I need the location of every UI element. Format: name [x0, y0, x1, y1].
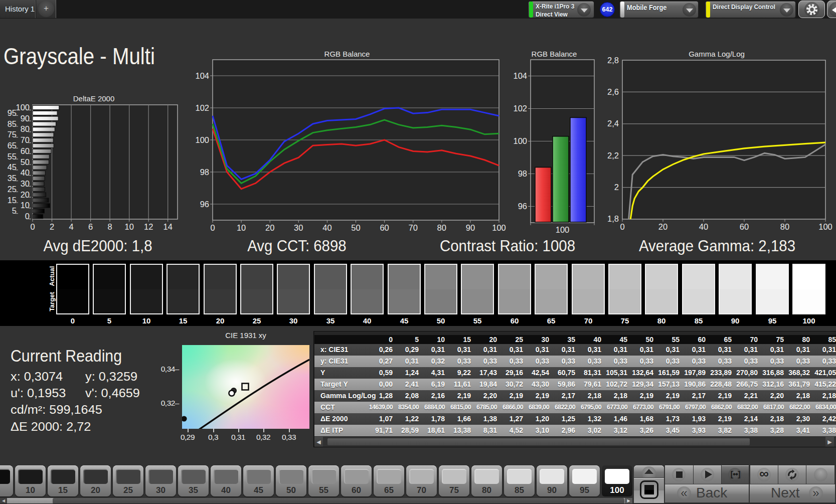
svg-text:RGB Balance: RGB Balance	[324, 50, 370, 58]
svg-text:104: 104	[513, 71, 527, 80]
svg-text:80: 80	[437, 223, 446, 232]
svg-text:2: 2	[614, 183, 619, 192]
svg-text:85: 85	[8, 119, 17, 128]
svg-text:96: 96	[518, 202, 527, 211]
svg-text:0: 0	[620, 222, 624, 231]
svg-text:12: 12	[144, 222, 153, 231]
svg-text:5: 5	[12, 206, 17, 215]
svg-text:60: 60	[21, 146, 30, 155]
svg-text:100: 100	[513, 136, 527, 145]
svg-text:0: 0	[25, 212, 30, 221]
svg-text:20: 20	[265, 223, 274, 232]
svg-text:10: 10	[125, 222, 134, 231]
svg-text:2,2: 2,2	[607, 151, 619, 160]
svg-text:70: 70	[21, 135, 30, 144]
svg-text:102: 102	[513, 104, 527, 113]
svg-text:15: 15	[8, 196, 17, 205]
svg-text:2: 2	[50, 222, 54, 231]
svg-text:45: 45	[8, 162, 17, 172]
svg-text:10: 10	[237, 223, 246, 232]
svg-text:60: 60	[740, 222, 749, 231]
svg-text:50: 50	[351, 223, 360, 232]
svg-text:75: 75	[8, 130, 17, 139]
svg-text:80: 80	[780, 222, 789, 231]
svg-text:20: 20	[658, 222, 667, 231]
svg-text:DeltaE 2000: DeltaE 2000	[73, 94, 115, 103]
svg-text:60: 60	[380, 223, 389, 232]
svg-text:20: 20	[21, 190, 30, 199]
svg-text:50: 50	[21, 157, 30, 166]
svg-text:RGB Balance: RGB Balance	[532, 50, 577, 58]
svg-text:100: 100	[818, 222, 832, 231]
svg-text:8: 8	[108, 222, 112, 231]
svg-text:30: 30	[294, 223, 303, 232]
svg-text:40: 40	[699, 222, 708, 231]
svg-text:96: 96	[200, 200, 209, 209]
svg-text:102: 102	[195, 103, 209, 112]
svg-text:100: 100	[195, 135, 209, 144]
svg-text:95: 95	[8, 108, 17, 117]
svg-text:40: 40	[21, 168, 30, 177]
svg-text:90: 90	[21, 114, 30, 123]
svg-text:55: 55	[8, 152, 17, 161]
svg-text:100: 100	[16, 103, 30, 112]
svg-text:6: 6	[88, 222, 93, 231]
svg-text:25: 25	[8, 185, 17, 194]
svg-text:98: 98	[200, 167, 209, 177]
svg-text:4: 4	[69, 222, 74, 231]
svg-text:90: 90	[466, 223, 475, 232]
svg-text:80: 80	[21, 124, 30, 133]
svg-text:2,4: 2,4	[607, 119, 619, 128]
svg-text:0: 0	[30, 222, 35, 231]
svg-text:98: 98	[518, 169, 527, 178]
svg-text:1,8: 1,8	[607, 214, 619, 223]
svg-text:40: 40	[322, 223, 331, 232]
svg-text:104: 104	[195, 71, 209, 80]
svg-text:10: 10	[21, 201, 30, 210]
svg-text:65: 65	[8, 141, 17, 150]
svg-text:2,8: 2,8	[607, 56, 619, 65]
svg-text:0: 0	[210, 223, 215, 232]
svg-text:30: 30	[21, 179, 30, 188]
svg-text:14: 14	[163, 222, 173, 231]
svg-text:70: 70	[409, 223, 418, 232]
svg-text:Gamma Log/Log: Gamma Log/Log	[689, 50, 745, 58]
svg-text:35: 35	[8, 174, 17, 183]
svg-text:2,6: 2,6	[607, 87, 619, 96]
svg-text:100: 100	[492, 223, 506, 232]
svg-text:100: 100	[556, 225, 570, 234]
